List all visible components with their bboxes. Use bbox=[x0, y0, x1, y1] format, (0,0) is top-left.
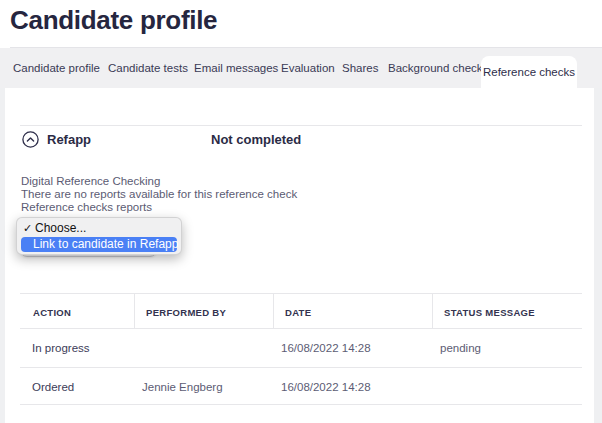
cell-action: In progress bbox=[32, 342, 90, 354]
column-divider-3 bbox=[432, 293, 433, 328]
reports-dropdown-menu: ✓ Choose... Link to candidate in Refapp bbox=[16, 217, 182, 255]
tab-candidate-profile[interactable]: Candidate profile bbox=[13, 62, 100, 74]
row-divider bbox=[20, 367, 582, 368]
cell-date: 16/08/2022 14:28 bbox=[281, 342, 371, 354]
menu-item-choose-label: Choose... bbox=[35, 221, 86, 235]
header-bottom-border bbox=[20, 328, 582, 329]
menu-item-link-to-refapp[interactable]: Link to candidate in Refapp bbox=[21, 237, 177, 252]
table-top-border bbox=[20, 293, 582, 294]
tab-email-messages[interactable]: Email messages bbox=[194, 62, 278, 74]
column-divider-2 bbox=[273, 293, 274, 328]
chevron-up-circle-icon bbox=[22, 136, 39, 151]
description-line-2: There are no reports available for this … bbox=[21, 188, 297, 200]
tab-reference-checks[interactable]: Reference checks bbox=[481, 56, 577, 88]
section-top-divider bbox=[20, 125, 582, 126]
table-bottom-border bbox=[20, 404, 582, 405]
column-header-date: DATE bbox=[285, 307, 311, 318]
cell-status-message: pending bbox=[440, 342, 481, 354]
tab-evaluation[interactable]: Evaluation bbox=[281, 62, 335, 74]
tab-candidate-tests[interactable]: Candidate tests bbox=[108, 62, 188, 74]
tab-reference-checks-label: Reference checks bbox=[483, 66, 575, 78]
tab-background-check[interactable]: Background check bbox=[388, 62, 483, 74]
tab-shares[interactable]: Shares bbox=[342, 62, 378, 74]
column-header-performed-by: PERFORMED BY bbox=[146, 307, 226, 318]
column-header-status-message: STATUS MESSAGE bbox=[444, 307, 535, 318]
description-line-3: Reference checks reports bbox=[21, 201, 152, 213]
column-divider-1 bbox=[134, 293, 135, 328]
checkmark-icon: ✓ bbox=[23, 220, 32, 236]
tab-bar: Candidate profile Candidate tests Email … bbox=[0, 48, 602, 88]
page-title: Candidate profile bbox=[10, 5, 217, 36]
menu-item-choose[interactable]: ✓ Choose... bbox=[21, 220, 177, 236]
description-line-1: Digital Reference Checking bbox=[21, 175, 160, 187]
candidate-profile-page: Candidate profile Candidate profile Cand… bbox=[0, 0, 602, 423]
cell-action: Ordered bbox=[32, 381, 74, 393]
provider-name: Refapp bbox=[47, 132, 91, 147]
column-header-action: ACTION bbox=[33, 307, 71, 318]
cell-performed-by: Jennie Engberg bbox=[142, 381, 223, 393]
page-header: Candidate profile bbox=[0, 0, 602, 48]
menu-item-link-to-refapp-label: Link to candidate in Refapp bbox=[33, 237, 178, 251]
collapse-section-button[interactable] bbox=[22, 131, 39, 148]
cell-date: 16/08/2022 14:28 bbox=[281, 381, 371, 393]
status-label: Not completed bbox=[211, 132, 301, 147]
